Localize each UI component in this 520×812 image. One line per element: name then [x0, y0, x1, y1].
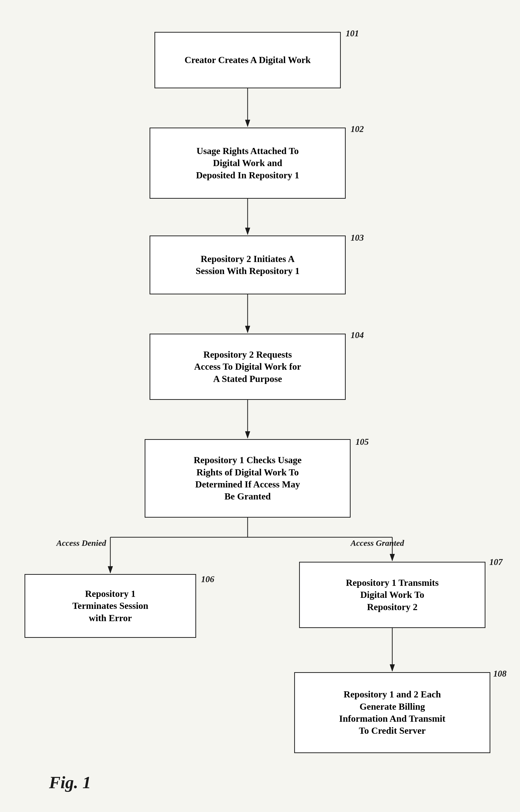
- tag-103: 103: [350, 233, 364, 243]
- node-107: Repository 1 TransmitsDigital Work ToRep…: [299, 562, 486, 628]
- node-105: Repository 1 Checks UsageRights of Digit…: [145, 439, 350, 517]
- node-103-label: Repository 2 Initiates ASession With Rep…: [196, 253, 300, 277]
- tag-105: 105: [356, 437, 369, 447]
- node-108: Repository 1 and 2 EachGenerate BillingI…: [294, 672, 490, 753]
- node-104: Repository 2 RequestsAccess To Digital W…: [150, 334, 346, 400]
- figure-label: Fig. 1: [49, 773, 91, 792]
- tag-106: 106: [201, 574, 214, 584]
- node-103: Repository 2 Initiates ASession With Rep…: [150, 235, 346, 295]
- node-104-label: Repository 2 RequestsAccess To Digital W…: [194, 349, 301, 385]
- node-106-label: Repository 1Terminates Sessionwith Error: [72, 588, 148, 624]
- node-102: Usage Rights Attached ToDigital Work and…: [150, 128, 346, 199]
- diagram-container: Creator Creates A Digital Work 101 Usage…: [0, 0, 520, 812]
- tag-102: 102: [350, 124, 364, 134]
- tag-107: 107: [489, 557, 502, 567]
- tag-104: 104: [350, 330, 364, 340]
- node-101: Creator Creates A Digital Work: [154, 32, 341, 88]
- node-102-label: Usage Rights Attached ToDigital Work and…: [196, 145, 299, 181]
- node-107-label: Repository 1 TransmitsDigital Work ToRep…: [346, 577, 439, 613]
- access-denied-label: Access Denied: [56, 538, 106, 548]
- node-105-label: Repository 1 Checks UsageRights of Digit…: [194, 454, 302, 503]
- tag-108: 108: [493, 668, 506, 679]
- node-101-label: Creator Creates A Digital Work: [185, 54, 311, 66]
- tag-101: 101: [346, 28, 359, 39]
- access-granted-label: Access Granted: [350, 538, 404, 548]
- node-106: Repository 1Terminates Sessionwith Error: [25, 574, 196, 638]
- node-108-label: Repository 1 and 2 EachGenerate BillingI…: [339, 688, 445, 737]
